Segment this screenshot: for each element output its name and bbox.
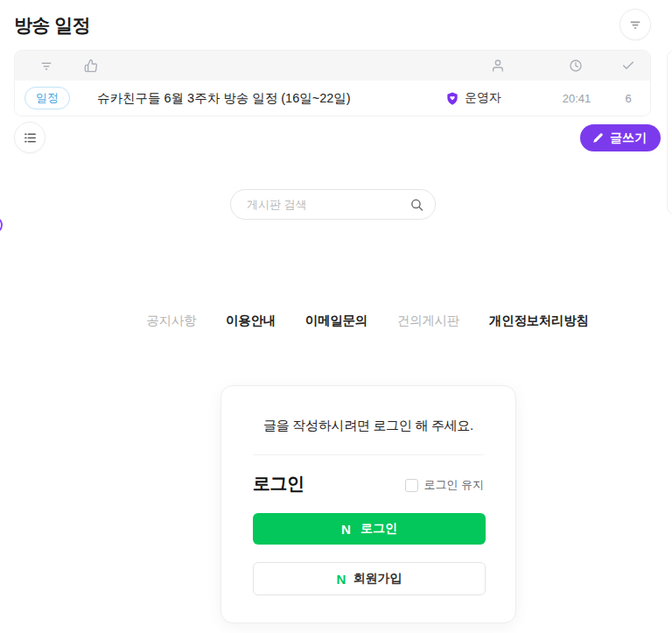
naver-logo: N: [341, 522, 351, 537]
footer-nav: 공지사항 이용안내 이메일문의 건의게시판 개인정보처리방침: [32, 313, 672, 329]
thumbs-up-icon[interactable]: [84, 59, 98, 73]
post-time: 20:41: [557, 92, 596, 105]
keep-login-checkbox[interactable]: [405, 479, 418, 492]
write-post-label: 글쓰기: [610, 130, 647, 146]
footer-link-email[interactable]: 이메일문의: [305, 313, 368, 329]
check-icon[interactable]: [621, 59, 635, 73]
post-count: 6: [617, 92, 640, 105]
naver-login-label: 로그인: [360, 521, 397, 537]
adjacent-button-peek: [0, 216, 3, 234]
pencil-icon: [592, 132, 604, 144]
write-post-button[interactable]: 글쓰기: [580, 124, 661, 151]
footer-link-guide[interactable]: 이용안내: [226, 313, 276, 329]
clock-icon[interactable]: [569, 59, 583, 73]
footer-link-privacy[interactable]: 개인정보처리방침: [489, 313, 589, 329]
divider: [253, 454, 484, 455]
page: 방송 일정: [0, 0, 672, 633]
author-name: 운영자: [465, 90, 501, 106]
board-filter-button[interactable]: [620, 9, 651, 40]
filter-icon[interactable]: [39, 59, 53, 73]
signup-button[interactable]: N 회원가입: [253, 562, 486, 595]
list-view-button[interactable]: [14, 122, 46, 153]
login-message: 글을 작성하시려면 로그인 해 주세요.: [221, 418, 515, 434]
post-table: 일정 슈카친구들 6월 3주차 방송 일정 (16일~22일) 운영자 20:4…: [14, 50, 651, 116]
board-search: [230, 189, 436, 220]
keep-login-label: 로그인 유지: [424, 477, 484, 493]
user-icon[interactable]: [491, 59, 505, 73]
admin-shield-icon: [445, 91, 459, 106]
category-badge[interactable]: 일정: [24, 87, 70, 109]
keep-login-option[interactable]: 로그인 유지: [405, 477, 484, 493]
naver-logo: N: [337, 572, 346, 587]
page-title: 방송 일정: [14, 13, 90, 38]
filter-icon: [628, 18, 642, 32]
adjacent-panel-peek: [667, 50, 672, 215]
post-author[interactable]: 운영자: [445, 90, 501, 106]
post-row[interactable]: 일정 슈카친구들 6월 3주차 방송 일정 (16일~22일) 운영자 20:4…: [15, 81, 650, 116]
post-title[interactable]: 슈카친구들 6월 3주차 방송 일정 (16일~22일): [97, 90, 351, 107]
login-card: 글을 작성하시려면 로그인 해 주세요. 로그인 로그인 유지 N 로그인 N …: [220, 385, 516, 623]
list-icon: [23, 130, 38, 145]
search-icon[interactable]: [410, 197, 424, 212]
post-table-header: [15, 51, 650, 81]
signup-label: 회원가입: [353, 571, 402, 587]
footer-link-suggest[interactable]: 건의게시판: [397, 313, 459, 329]
login-heading: 로그인: [253, 472, 304, 496]
search-input[interactable]: [231, 190, 435, 219]
footer-link-notice[interactable]: 공지사항: [146, 313, 196, 329]
naver-login-button[interactable]: N 로그인: [253, 513, 486, 545]
